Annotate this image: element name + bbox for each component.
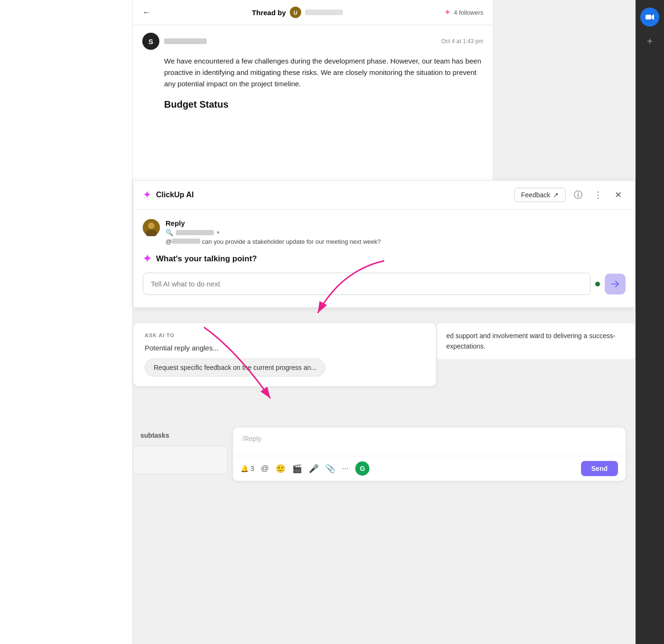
sparkle-icon: ✦ [444, 7, 451, 18]
ai-input-row [143, 273, 626, 295]
video-button[interactable] [640, 8, 659, 27]
mic-icon[interactable]: 🎤 [309, 464, 319, 474]
chevron-down-icon: ▾ [217, 230, 220, 236]
right-content-text: ed support and involvement ward to deliv… [446, 331, 626, 352]
video-icon[interactable]: 🎬 [292, 464, 302, 474]
reply-section: Reply 🔍 ▾ @ can you provide a stakeholde… [143, 219, 626, 245]
reply-user-line: 🔍 ▾ [166, 229, 381, 236]
ai-input[interactable] [143, 273, 590, 295]
emoji-smile-icon[interactable]: 🙂 [276, 464, 286, 474]
subtasks-box [133, 446, 228, 474]
status-dot [595, 282, 600, 286]
ask-ai-label: ASK AI TO [145, 332, 424, 338]
ask-ai-suggestion-1[interactable]: Potential reply angles... [145, 344, 424, 352]
close-icon: ✕ [615, 190, 622, 200]
ask-ai-section: ASK AI TO Potential reply angles... Requ… [133, 322, 436, 386]
question-text: What's your talking point? [156, 254, 257, 264]
emoji-at-icon[interactable]: @ [261, 464, 269, 473]
bell-count[interactable]: 🔔 3 [240, 465, 254, 472]
sender-avatar: S [142, 33, 159, 50]
thread-content: S Oct 4 at 1:43 pm We have encountered a… [133, 25, 493, 118]
thread-title: Thread by U [157, 7, 438, 18]
thread-user-avatar: U [290, 7, 301, 18]
ai-header-actions: Feedback ↗ ⓘ ⋮ ✕ [514, 187, 626, 202]
ai-panel: ✦ ClickUp AI Feedback ↗ ⓘ ⋮ ✕ Reply [133, 180, 636, 308]
user-avatar [143, 219, 160, 236]
ai-body: Reply 🔍 ▾ @ can you provide a stakeholde… [133, 210, 635, 307]
send-button[interactable]: Send [581, 461, 618, 476]
reply-mention-text: @ can you provide a stakeholder update f… [166, 238, 381, 245]
ai-panel-header: ✦ ClickUp AI Feedback ↗ ⓘ ⋮ ✕ [133, 181, 635, 210]
svg-marker-3 [652, 14, 654, 20]
budget-heading: Budget Status [164, 99, 483, 110]
reply-label: Reply [166, 219, 381, 227]
svg-point-5 [148, 222, 155, 229]
thread-panel: ← Thread by U ✦ 4 followers S Oct 4 at 1… [133, 0, 493, 199]
message-body: We have encountered a few challenges dur… [164, 55, 483, 90]
feedback-button[interactable]: Feedback ↗ [514, 188, 566, 202]
more-button[interactable]: ⋮ [590, 187, 606, 202]
back-button[interactable]: ← [142, 8, 151, 18]
thread-followers: ✦ 4 followers [444, 7, 483, 18]
thread-header: ← Thread by U ✦ 4 followers [133, 0, 493, 25]
grammarly-button[interactable]: G [355, 461, 369, 476]
reply-editor-content[interactable]: /Reply [233, 427, 626, 456]
message-header: S Oct 4 at 1:43 pm [142, 33, 483, 50]
external-link-icon: ↗ [553, 191, 559, 199]
left-sidebar [0, 0, 133, 644]
thread-title-label: Thread by [252, 9, 286, 17]
right-panel: + [636, 0, 664, 644]
ai-send-button[interactable] [605, 274, 626, 294]
sender-name-blur [164, 38, 207, 44]
close-button[interactable]: ✕ [610, 187, 626, 202]
bell-number: 3 [250, 465, 254, 472]
info-icon: ⓘ [574, 189, 582, 201]
question-sparkle-icon: ✦ [143, 253, 151, 265]
feedback-label: Feedback [521, 191, 550, 199]
svg-rect-2 [646, 15, 651, 19]
ai-question: ✦ What's your talking point? [143, 253, 626, 265]
followers-count: 4 followers [454, 9, 483, 16]
svg-text:U: U [294, 10, 297, 16]
search-icon: 🔍 [166, 229, 173, 236]
ai-panel-title: ClickUp AI [156, 191, 194, 199]
bell-icon: 🔔 [240, 465, 249, 472]
ask-ai-suggestion-2[interactable]: Request specific feedback on the current… [145, 359, 325, 377]
reply-editor-toolbar: 🔔 3 @ 🙂 🎬 🎤 📎 ··· G Send [233, 456, 626, 481]
subtasks-label: subtasks [133, 427, 177, 444]
more-icon: ⋮ [594, 190, 602, 200]
right-content-bg: ed support and involvement ward to deliv… [436, 322, 636, 360]
attach-icon[interactable]: 📎 [325, 464, 335, 474]
more-toolbar-icon[interactable]: ··· [342, 464, 349, 473]
message-timestamp: Oct 4 at 1:43 pm [441, 38, 483, 45]
info-button[interactable]: ⓘ [571, 187, 586, 202]
ai-sparkle-icon: ✦ [143, 189, 151, 201]
thread-user-name-blur [305, 9, 343, 15]
reply-editor-box: /Reply 🔔 3 @ 🙂 🎬 🎤 📎 ··· G Send [232, 427, 626, 481]
reply-user-name-blur [176, 230, 214, 235]
mention-user-blur [172, 239, 200, 244]
add-button[interactable]: + [647, 36, 653, 47]
reply-details: Reply 🔍 ▾ @ can you provide a stakeholde… [166, 219, 381, 245]
